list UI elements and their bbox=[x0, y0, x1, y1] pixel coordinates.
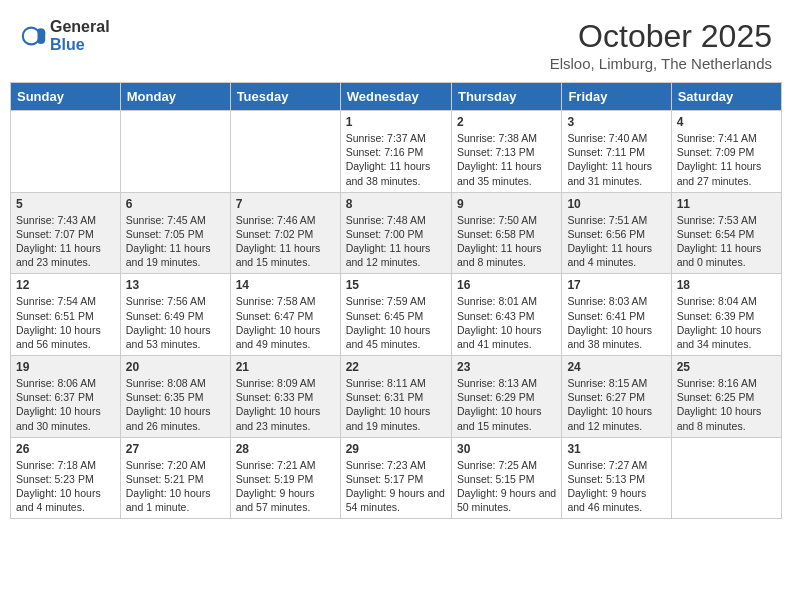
day-number: 9 bbox=[457, 197, 556, 211]
calendar-cell: 26Sunrise: 7:18 AM Sunset: 5:23 PM Dayli… bbox=[11, 437, 121, 519]
day-info: Sunrise: 8:11 AM Sunset: 6:31 PM Dayligh… bbox=[346, 376, 446, 433]
weekday-header: Sunday bbox=[11, 83, 121, 111]
logo: General Blue bbox=[20, 18, 110, 53]
calendar-cell: 24Sunrise: 8:15 AM Sunset: 6:27 PM Dayli… bbox=[562, 356, 671, 438]
day-number: 12 bbox=[16, 278, 115, 292]
day-info: Sunrise: 7:54 AM Sunset: 6:51 PM Dayligh… bbox=[16, 294, 115, 351]
calendar-cell: 17Sunrise: 8:03 AM Sunset: 6:41 PM Dayli… bbox=[562, 274, 671, 356]
day-number: 17 bbox=[567, 278, 665, 292]
calendar-cell: 19Sunrise: 8:06 AM Sunset: 6:37 PM Dayli… bbox=[11, 356, 121, 438]
day-number: 24 bbox=[567, 360, 665, 374]
day-number: 4 bbox=[677, 115, 776, 129]
day-info: Sunrise: 7:23 AM Sunset: 5:17 PM Dayligh… bbox=[346, 458, 446, 515]
weekday-header: Saturday bbox=[671, 83, 781, 111]
day-number: 26 bbox=[16, 442, 115, 456]
calendar-cell: 28Sunrise: 7:21 AM Sunset: 5:19 PM Dayli… bbox=[230, 437, 340, 519]
day-number: 7 bbox=[236, 197, 335, 211]
day-number: 22 bbox=[346, 360, 446, 374]
day-info: Sunrise: 7:45 AM Sunset: 7:05 PM Dayligh… bbox=[126, 213, 225, 270]
location-subtitle: Elsloo, Limburg, The Netherlands bbox=[550, 55, 772, 72]
day-info: Sunrise: 7:59 AM Sunset: 6:45 PM Dayligh… bbox=[346, 294, 446, 351]
day-number: 2 bbox=[457, 115, 556, 129]
weekday-header: Monday bbox=[120, 83, 230, 111]
calendar-cell: 4Sunrise: 7:41 AM Sunset: 7:09 PM Daylig… bbox=[671, 111, 781, 193]
day-info: Sunrise: 7:46 AM Sunset: 7:02 PM Dayligh… bbox=[236, 213, 335, 270]
day-number: 19 bbox=[16, 360, 115, 374]
logo-blue: Blue bbox=[50, 36, 110, 54]
calendar-cell bbox=[11, 111, 121, 193]
page-header: General Blue October 2025 Elsloo, Limbur… bbox=[10, 10, 782, 76]
calendar-cell: 30Sunrise: 7:25 AM Sunset: 5:15 PM Dayli… bbox=[451, 437, 561, 519]
calendar-cell: 14Sunrise: 7:58 AM Sunset: 6:47 PM Dayli… bbox=[230, 274, 340, 356]
day-number: 11 bbox=[677, 197, 776, 211]
calendar-cell: 18Sunrise: 8:04 AM Sunset: 6:39 PM Dayli… bbox=[671, 274, 781, 356]
day-info: Sunrise: 8:13 AM Sunset: 6:29 PM Dayligh… bbox=[457, 376, 556, 433]
day-info: Sunrise: 7:40 AM Sunset: 7:11 PM Dayligh… bbox=[567, 131, 665, 188]
calendar-table: SundayMondayTuesdayWednesdayThursdayFrid… bbox=[10, 82, 782, 519]
weekday-header: Wednesday bbox=[340, 83, 451, 111]
calendar-cell: 15Sunrise: 7:59 AM Sunset: 6:45 PM Dayli… bbox=[340, 274, 451, 356]
calendar-cell: 6Sunrise: 7:45 AM Sunset: 7:05 PM Daylig… bbox=[120, 192, 230, 274]
weekday-header: Friday bbox=[562, 83, 671, 111]
weekday-header: Tuesday bbox=[230, 83, 340, 111]
calendar-cell bbox=[120, 111, 230, 193]
calendar-cell: 29Sunrise: 7:23 AM Sunset: 5:17 PM Dayli… bbox=[340, 437, 451, 519]
day-number: 6 bbox=[126, 197, 225, 211]
day-info: Sunrise: 7:37 AM Sunset: 7:16 PM Dayligh… bbox=[346, 131, 446, 188]
calendar-cell: 12Sunrise: 7:54 AM Sunset: 6:51 PM Dayli… bbox=[11, 274, 121, 356]
day-number: 21 bbox=[236, 360, 335, 374]
calendar-week-row: 19Sunrise: 8:06 AM Sunset: 6:37 PM Dayli… bbox=[11, 356, 782, 438]
day-info: Sunrise: 8:06 AM Sunset: 6:37 PM Dayligh… bbox=[16, 376, 115, 433]
calendar-cell: 3Sunrise: 7:40 AM Sunset: 7:11 PM Daylig… bbox=[562, 111, 671, 193]
day-number: 1 bbox=[346, 115, 446, 129]
day-number: 16 bbox=[457, 278, 556, 292]
calendar-cell bbox=[671, 437, 781, 519]
day-info: Sunrise: 7:27 AM Sunset: 5:13 PM Dayligh… bbox=[567, 458, 665, 515]
calendar-cell: 8Sunrise: 7:48 AM Sunset: 7:00 PM Daylig… bbox=[340, 192, 451, 274]
day-number: 27 bbox=[126, 442, 225, 456]
day-info: Sunrise: 8:16 AM Sunset: 6:25 PM Dayligh… bbox=[677, 376, 776, 433]
day-number: 29 bbox=[346, 442, 446, 456]
day-number: 14 bbox=[236, 278, 335, 292]
day-info: Sunrise: 7:43 AM Sunset: 7:07 PM Dayligh… bbox=[16, 213, 115, 270]
day-info: Sunrise: 7:50 AM Sunset: 6:58 PM Dayligh… bbox=[457, 213, 556, 270]
calendar-cell: 2Sunrise: 7:38 AM Sunset: 7:13 PM Daylig… bbox=[451, 111, 561, 193]
day-number: 23 bbox=[457, 360, 556, 374]
calendar-cell: 21Sunrise: 8:09 AM Sunset: 6:33 PM Dayli… bbox=[230, 356, 340, 438]
calendar-cell: 7Sunrise: 7:46 AM Sunset: 7:02 PM Daylig… bbox=[230, 192, 340, 274]
day-info: Sunrise: 8:08 AM Sunset: 6:35 PM Dayligh… bbox=[126, 376, 225, 433]
day-number: 10 bbox=[567, 197, 665, 211]
day-info: Sunrise: 7:58 AM Sunset: 6:47 PM Dayligh… bbox=[236, 294, 335, 351]
month-title: October 2025 bbox=[550, 18, 772, 55]
day-info: Sunrise: 7:18 AM Sunset: 5:23 PM Dayligh… bbox=[16, 458, 115, 515]
calendar-cell bbox=[230, 111, 340, 193]
calendar-week-row: 5Sunrise: 7:43 AM Sunset: 7:07 PM Daylig… bbox=[11, 192, 782, 274]
day-number: 18 bbox=[677, 278, 776, 292]
calendar-week-row: 1Sunrise: 7:37 AM Sunset: 7:16 PM Daylig… bbox=[11, 111, 782, 193]
calendar-cell: 23Sunrise: 8:13 AM Sunset: 6:29 PM Dayli… bbox=[451, 356, 561, 438]
calendar-cell: 16Sunrise: 8:01 AM Sunset: 6:43 PM Dayli… bbox=[451, 274, 561, 356]
day-info: Sunrise: 8:04 AM Sunset: 6:39 PM Dayligh… bbox=[677, 294, 776, 351]
day-number: 20 bbox=[126, 360, 225, 374]
calendar-cell: 13Sunrise: 7:56 AM Sunset: 6:49 PM Dayli… bbox=[120, 274, 230, 356]
day-info: Sunrise: 7:20 AM Sunset: 5:21 PM Dayligh… bbox=[126, 458, 225, 515]
calendar-cell: 20Sunrise: 8:08 AM Sunset: 6:35 PM Dayli… bbox=[120, 356, 230, 438]
day-info: Sunrise: 7:56 AM Sunset: 6:49 PM Dayligh… bbox=[126, 294, 225, 351]
logo-general: General bbox=[50, 18, 110, 36]
day-info: Sunrise: 8:03 AM Sunset: 6:41 PM Dayligh… bbox=[567, 294, 665, 351]
day-info: Sunrise: 7:48 AM Sunset: 7:00 PM Dayligh… bbox=[346, 213, 446, 270]
calendar-cell: 25Sunrise: 8:16 AM Sunset: 6:25 PM Dayli… bbox=[671, 356, 781, 438]
svg-point-0 bbox=[23, 27, 40, 44]
calendar-cell: 27Sunrise: 7:20 AM Sunset: 5:21 PM Dayli… bbox=[120, 437, 230, 519]
day-number: 30 bbox=[457, 442, 556, 456]
day-number: 28 bbox=[236, 442, 335, 456]
day-info: Sunrise: 7:53 AM Sunset: 6:54 PM Dayligh… bbox=[677, 213, 776, 270]
day-number: 31 bbox=[567, 442, 665, 456]
day-info: Sunrise: 7:51 AM Sunset: 6:56 PM Dayligh… bbox=[567, 213, 665, 270]
day-info: Sunrise: 7:25 AM Sunset: 5:15 PM Dayligh… bbox=[457, 458, 556, 515]
day-number: 13 bbox=[126, 278, 225, 292]
day-number: 5 bbox=[16, 197, 115, 211]
day-info: Sunrise: 7:41 AM Sunset: 7:09 PM Dayligh… bbox=[677, 131, 776, 188]
logo-icon bbox=[20, 22, 48, 50]
day-number: 15 bbox=[346, 278, 446, 292]
